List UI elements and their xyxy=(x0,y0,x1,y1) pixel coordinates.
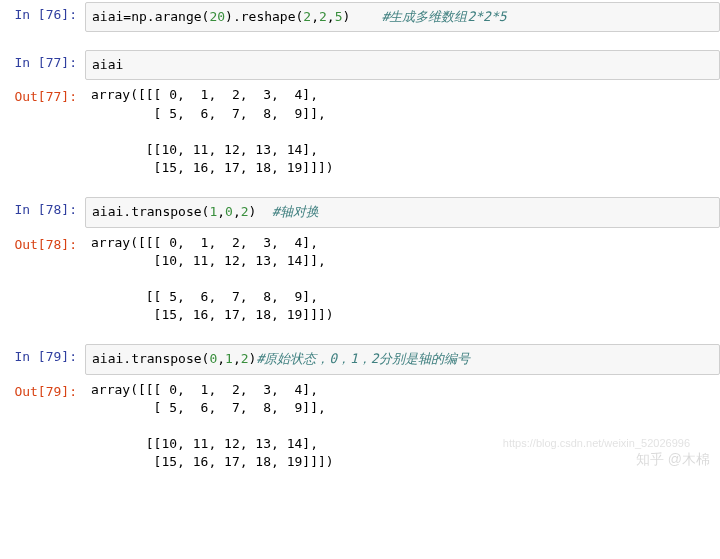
code-token: = xyxy=(123,9,131,24)
code-token: . xyxy=(233,9,241,24)
input-cell: In [77]:aiai xyxy=(0,48,720,82)
out-prompt: Out[77]: xyxy=(0,82,85,110)
code-token: . xyxy=(147,9,155,24)
input-cell: In [78]:aiai.transpose(1,0,2) #轴对换 xyxy=(0,195,720,229)
code-output: array([[[ 0, 1, 2, 3, 4], [ 5, 6, 7, 8, … xyxy=(85,377,720,476)
in-prompt: In [77]: xyxy=(0,48,85,76)
code-input[interactable]: aiai xyxy=(85,50,720,80)
code-token: , xyxy=(217,204,225,219)
code-token: . xyxy=(123,351,131,366)
code-token: transpose xyxy=(131,351,201,366)
code-number: 2 xyxy=(241,351,249,366)
code-number: 2 xyxy=(319,9,327,24)
code-input[interactable]: aiai.transpose(0,1,2)#原始状态，0，1，2分别是轴的编号 xyxy=(85,344,720,374)
input-cell: In [76]:aiai=np.arange(20).reshape(2,2,5… xyxy=(0,0,720,34)
code-token xyxy=(256,204,272,219)
in-prompt: In [79]: xyxy=(0,342,85,370)
code-token: , xyxy=(233,204,241,219)
code-input[interactable]: aiai.transpose(1,0,2) #轴对换 xyxy=(85,197,720,227)
code-token: ) xyxy=(225,9,233,24)
code-token xyxy=(350,9,381,24)
in-prompt: In [76]: xyxy=(0,0,85,28)
out-prompt: Out[79]: xyxy=(0,377,85,405)
code-output: array([[[ 0, 1, 2, 3, 4], [10, 11, 12, 1… xyxy=(85,230,720,329)
output-cell: Out[77]:array([[[ 0, 1, 2, 3, 4], [ 5, 6… xyxy=(0,82,720,181)
code-token: , xyxy=(233,351,241,366)
code-token: aiai xyxy=(92,204,123,219)
code-comment: #原始状态，0，1，2分别是轴的编号 xyxy=(256,351,469,366)
code-comment: #生成多维数组2*2*5 xyxy=(382,9,507,24)
out-prompt: Out[78]: xyxy=(0,230,85,258)
code-number: 2 xyxy=(303,9,311,24)
code-token: , xyxy=(311,9,319,24)
code-number: 1 xyxy=(225,351,233,366)
code-token: reshape xyxy=(241,9,296,24)
code-number: 5 xyxy=(335,9,343,24)
code-token: . xyxy=(123,204,131,219)
code-number: 20 xyxy=(209,9,225,24)
code-output: array([[[ 0, 1, 2, 3, 4], [ 5, 6, 7, 8, … xyxy=(85,82,720,181)
code-input[interactable]: aiai=np.arange(20).reshape(2,2,5) #生成多维数… xyxy=(85,2,720,32)
code-token: , xyxy=(327,9,335,24)
code-comment: #轴对换 xyxy=(272,204,319,219)
output-cell: Out[78]:array([[[ 0, 1, 2, 3, 4], [10, 1… xyxy=(0,230,720,329)
code-token: arange xyxy=(155,9,202,24)
code-token: aiai xyxy=(92,9,123,24)
code-token: np xyxy=(131,9,147,24)
code-token: aiai xyxy=(92,351,123,366)
output-cell: Out[79]:array([[[ 0, 1, 2, 3, 4], [ 5, 6… xyxy=(0,377,720,476)
code-number: 2 xyxy=(241,204,249,219)
code-token: aiai xyxy=(92,57,123,72)
code-number: 0 xyxy=(225,204,233,219)
input-cell: In [79]:aiai.transpose(0,1,2)#原始状态，0，1，2… xyxy=(0,342,720,376)
code-token: transpose xyxy=(131,204,201,219)
in-prompt: In [78]: xyxy=(0,195,85,223)
code-token: , xyxy=(217,351,225,366)
